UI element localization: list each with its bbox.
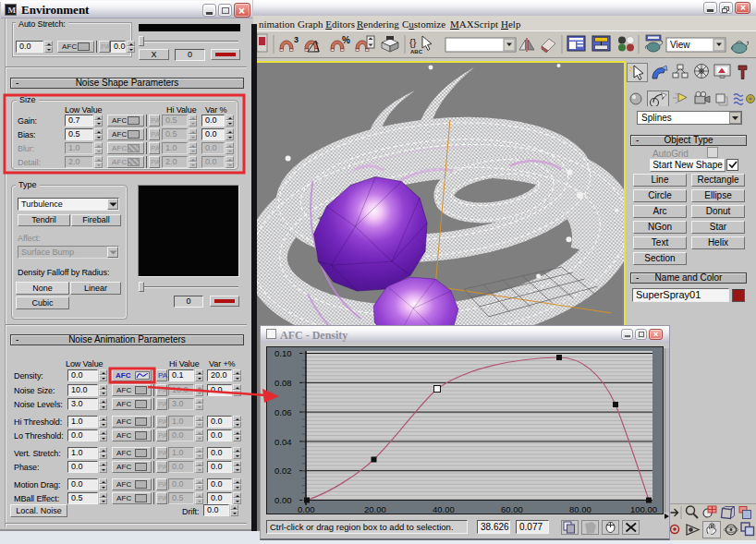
svg-text:100.00: 100.00	[630, 504, 657, 514]
svg-text:0.00: 0.00	[274, 495, 292, 505]
svg-text:60.00: 60.00	[501, 504, 523, 514]
svg-text:80.00: 80.00	[569, 504, 591, 514]
svg-text:0.04: 0.04	[274, 437, 292, 447]
svg-text:0.10: 0.10	[274, 348, 292, 358]
svg-text:0.00: 0.00	[298, 504, 315, 514]
svg-text:40.00: 40.00	[433, 504, 455, 514]
svg-text:ABC: ABC	[410, 49, 423, 54]
svg-text:0.06: 0.06	[274, 407, 292, 417]
svg-text:%: %	[342, 35, 350, 45]
svg-text:View: View	[670, 40, 690, 50]
svg-text:{}: {}	[409, 37, 417, 48]
svg-text:0.02: 0.02	[274, 465, 292, 476]
svg-text:3: 3	[294, 35, 299, 44]
svg-text:0.08: 0.08	[274, 378, 292, 388]
svg-text:20.00: 20.00	[364, 504, 386, 514]
